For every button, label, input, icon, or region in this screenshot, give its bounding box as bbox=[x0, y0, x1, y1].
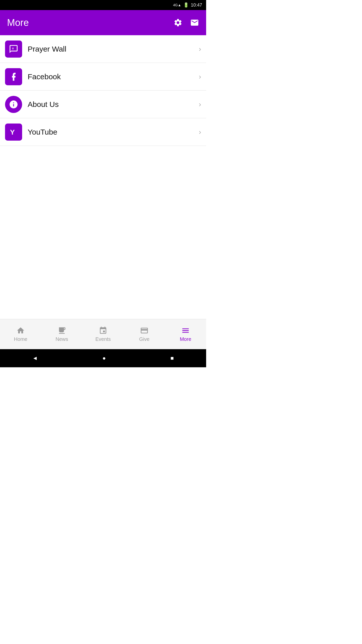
info-icon bbox=[9, 100, 18, 109]
signal-icon: 4G▲ bbox=[173, 3, 181, 7]
prayer-wall-chevron: › bbox=[199, 45, 201, 53]
news-nav-icon bbox=[58, 326, 66, 335]
settings-button[interactable] bbox=[173, 18, 183, 27]
android-home-button[interactable]: ● bbox=[103, 355, 106, 361]
nav-item-give[interactable]: Give bbox=[124, 319, 165, 349]
menu-item-facebook[interactable]: Facebook › bbox=[0, 63, 206, 91]
menu-item-about-us[interactable]: About Us › bbox=[0, 91, 206, 118]
android-bar: ◄ ● ■ bbox=[0, 349, 206, 367]
svg-text:Y: Y bbox=[10, 128, 15, 136]
youtube-icon-wrap: Y bbox=[5, 124, 22, 141]
nav-give-label: Give bbox=[139, 336, 149, 342]
page-title: More bbox=[7, 17, 29, 28]
facebook-chevron: › bbox=[199, 73, 201, 81]
header: More bbox=[0, 10, 206, 35]
nav-item-home[interactable]: Home bbox=[0, 319, 41, 349]
menu-item-youtube[interactable]: Y YouTube › bbox=[0, 118, 206, 146]
facebook-icon-wrap bbox=[5, 68, 22, 85]
more-nav-icon bbox=[181, 326, 190, 335]
prayer-wall-label: Prayer Wall bbox=[28, 45, 199, 53]
youtube-icon: Y bbox=[9, 127, 18, 137]
nav-news-label: News bbox=[56, 336, 68, 342]
give-nav-icon bbox=[140, 326, 149, 335]
nav-item-news[interactable]: News bbox=[41, 319, 82, 349]
gear-icon bbox=[173, 18, 183, 27]
about-us-icon-wrap bbox=[5, 96, 22, 113]
battery-icon: 🔋 bbox=[183, 2, 189, 8]
time-display: 10:47 bbox=[191, 3, 202, 8]
mail-icon bbox=[190, 18, 199, 27]
nav-events-label: Events bbox=[95, 336, 111, 342]
youtube-chevron: › bbox=[199, 128, 201, 136]
nav-more-label: More bbox=[180, 336, 191, 342]
menu-list: ✝ Prayer Wall › Facebook › About Us › Y bbox=[0, 35, 206, 319]
about-us-chevron: › bbox=[199, 100, 201, 108]
facebook-icon bbox=[9, 72, 18, 82]
bottom-nav: Home News Events Give More bbox=[0, 319, 206, 349]
nav-item-events[interactable]: Events bbox=[82, 319, 124, 349]
header-actions bbox=[173, 18, 199, 27]
nav-item-more[interactable]: More bbox=[165, 319, 206, 349]
prayer-wall-icon-wrap: ✝ bbox=[5, 41, 22, 58]
android-recent-button[interactable]: ■ bbox=[170, 355, 174, 361]
home-nav-icon bbox=[16, 326, 25, 335]
android-back-button[interactable]: ◄ bbox=[32, 355, 38, 361]
svg-text:✝: ✝ bbox=[12, 47, 14, 51]
menu-item-prayer-wall[interactable]: ✝ Prayer Wall › bbox=[0, 35, 206, 63]
about-us-label: About Us bbox=[28, 100, 199, 109]
mail-button[interactable] bbox=[190, 18, 199, 27]
nav-home-label: Home bbox=[14, 336, 27, 342]
youtube-label: YouTube bbox=[28, 128, 199, 136]
status-bar: 4G▲ 🔋 10:47 bbox=[0, 0, 206, 10]
facebook-label: Facebook bbox=[28, 72, 199, 81]
prayer-wall-icon: ✝ bbox=[9, 44, 18, 54]
events-nav-icon bbox=[99, 326, 107, 335]
